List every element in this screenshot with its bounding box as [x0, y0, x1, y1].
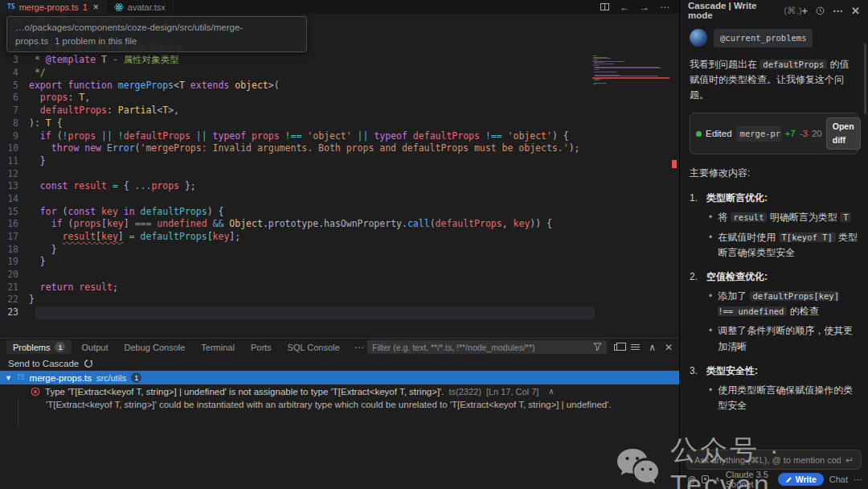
chevron-down-icon[interactable]: ▼ — [5, 374, 12, 382]
code-line[interactable]: 3 * @template T - 属性对象类型 — [0, 54, 679, 67]
cascade-title: Cascade | Write mode — [688, 1, 780, 20]
cascade-input-box[interactable]: ↵ — [686, 450, 862, 470]
code-line[interactable]: 6 props: T, — [0, 92, 679, 105]
code-line[interactable]: 8): T { — [0, 117, 679, 130]
history-icon[interactable] — [816, 6, 825, 15]
tab-ports[interactable]: Ports — [244, 341, 278, 354]
edit-status-dot — [696, 131, 702, 137]
open-diff-button[interactable]: Open diff — [826, 117, 861, 150]
line-number: 14 — [0, 193, 29, 206]
problems-file-path: src/utils — [96, 373, 126, 383]
minimap[interactable] — [592, 55, 669, 87]
edit-status-label: Edited — [706, 126, 732, 141]
line-number: 22 — [0, 294, 29, 306]
code-line[interactable]: 23 — [0, 306, 679, 319]
code-line[interactable]: 16 if (props[key] === undefined && Objec… — [0, 218, 679, 231]
code-line[interactable]: 10 throw new Error('mergeProps: Invalid … — [0, 142, 679, 155]
tab-output[interactable]: Output — [75, 341, 114, 354]
close-cascade-icon[interactable]: ✕ — [851, 5, 860, 17]
code-line[interactable]: 12 — [0, 168, 679, 181]
attach-image-icon[interactable] — [702, 475, 709, 483]
code-line[interactable]: 22} — [0, 294, 679, 306]
model-selector[interactable]: Claude 3.5 Sonnet — [726, 470, 772, 489]
error-location: [Ln 17, Col 7] — [486, 387, 538, 397]
tab-problems[interactable]: Problems 1 — [6, 340, 72, 354]
code-line[interactable]: 11 } — [0, 155, 679, 168]
code-line[interactable]: 17 result[key] = defaultProps[key]; — [0, 231, 679, 244]
section-title: 空值检查优化: — [706, 269, 858, 285]
chat-mode-button[interactable]: Chat — [829, 475, 848, 484]
group-by-icon[interactable] — [614, 344, 622, 351]
close-tab-icon[interactable]: × — [93, 2, 99, 13]
typescript-icon: TS — [7, 3, 15, 10]
cascade-logo-icon — [84, 359, 93, 368]
problems-filter-input[interactable] — [372, 343, 593, 352]
code-line[interactable]: 9 if (!props || !defaultProps || typeof … — [0, 130, 679, 143]
line-number: 17 — [0, 231, 29, 244]
tab-merge-props[interactable]: TS merge-props.ts 1 × — [0, 0, 107, 14]
tree-indent-guide — [18, 399, 18, 426]
editor-more-actions-icon[interactable]: ⋯ — [660, 2, 669, 13]
code-editor[interactable]: 1/**2 * 将默认属性与用户提供的属性合并3 * @template T -… — [0, 29, 679, 338]
tooltip-path: …o/packages/components/coze-design/src/u… — [15, 21, 298, 35]
code-line[interactable]: 21 return result; — [0, 281, 679, 294]
model-selector-chevron-icon[interactable]: ∧ — [714, 475, 720, 483]
code-line[interactable]: 20 — [0, 269, 679, 281]
send-to-cascade[interactable]: Send to Cascade — [0, 355, 679, 371]
problems-file-row[interactable]: ▼ TS merge-props.ts src/utils 1 — [0, 371, 679, 384]
error-icon — [31, 387, 40, 397]
section-number: 3. — [690, 364, 702, 410]
tab-debug-console[interactable]: Debug Console — [118, 341, 192, 354]
editor-tab-bar: TS merge-props.ts 1 × avatar.tsx ← → ⋯ — [0, 0, 679, 14]
code-line[interactable]: 7 defaultProps: Partial<T>, — [0, 105, 679, 117]
edited-file-chip[interactable]: merge-pro — [736, 126, 781, 142]
cascade-shortcut: (⌘.) — [784, 5, 801, 16]
line-number: 3 — [0, 54, 29, 67]
tab-terminal[interactable]: Terminal — [194, 341, 241, 354]
send-to-cascade-label: Send to Cascade — [8, 359, 79, 368]
problem-related-info[interactable]: 'T[Extract<keyof T, string>]' could be i… — [0, 398, 679, 411]
cascade-header-icons: + ⋯ ✕ — [802, 5, 861, 17]
close-panel-icon[interactable]: ✕ — [665, 342, 673, 353]
tab-avatar[interactable]: avatar.tsx — [107, 0, 174, 14]
navigate-back-icon[interactable]: ← — [620, 2, 629, 13]
navigate-forward-icon[interactable]: → — [640, 2, 649, 13]
line-number: 8 — [0, 117, 29, 130]
problem-error-row[interactable]: Type 'T[Extract<keyof T, string>] | unde… — [0, 384, 679, 398]
cascade-conversation: @current_problems 我看到问题出在 defaultProps 的… — [680, 23, 868, 410]
cascade-input[interactable] — [694, 455, 841, 465]
footer-more-icon[interactable]: ⋯ — [854, 475, 862, 485]
code-line[interactable]: 19 } — [0, 256, 679, 269]
diff-deletions: -3 — [800, 126, 808, 141]
inline-code-chip: T[keyof T] — [779, 232, 836, 242]
collapse-related-icon[interactable]: ∧ — [548, 387, 554, 396]
problems-filter[interactable] — [367, 340, 607, 354]
view-as-list-icon[interactable] — [631, 344, 640, 350]
tab-problem-count: 1 — [83, 2, 88, 12]
changes-sections: 1.类型断言优化:•将 result 明确断言为类型 T•在赋值时使用 T[ke… — [690, 191, 858, 410]
change-section: 2.空值检查优化:•添加了 defaultProps[key] !== unde… — [690, 269, 858, 359]
section-title: 类型断言优化: — [706, 191, 858, 206]
cascade-scrollbar[interactable] — [864, 43, 866, 114]
code-line[interactable]: 18 } — [0, 244, 679, 257]
line-number: 21 — [0, 281, 29, 294]
bullet-item: •在赋值时使用 T[keyof T] 类型断言确保类型安全 — [709, 230, 858, 261]
panel-more-tabs-icon[interactable]: ⋯ — [350, 342, 369, 353]
code-line[interactable]: 5export function mergeProps<T extends ob… — [0, 80, 679, 92]
collapse-panel-icon[interactable]: ∧ — [649, 342, 656, 353]
code-line[interactable]: 4 */ — [0, 67, 679, 80]
panel-tab-bar: Problems 1 Output Debug Console Terminal… — [0, 339, 679, 355]
code-line[interactable]: 13 const result = { ...props }; — [0, 180, 679, 193]
editor-zone: TS merge-props.ts 1 × avatar.tsx ← → ⋯ s… — [0, 0, 679, 338]
section-title: 类型安全性: — [706, 364, 858, 379]
tab-sql-console[interactable]: SQL Console — [281, 341, 346, 354]
write-mode-button[interactable]: Write — [778, 473, 824, 486]
new-conversation-icon[interactable]: + — [802, 5, 809, 17]
code-line[interactable]: 15 for (const key in defaultProps) { — [0, 206, 679, 219]
cascade-more-icon[interactable]: ⋯ — [833, 5, 843, 17]
code-line[interactable]: 14 — [0, 193, 679, 206]
file-path-tooltip: …o/packages/components/coze-design/src/u… — [6, 16, 307, 52]
split-editor-icon[interactable] — [600, 3, 609, 10]
mention-icon[interactable]: @ — [687, 475, 696, 484]
line-number: 7 — [0, 105, 29, 117]
